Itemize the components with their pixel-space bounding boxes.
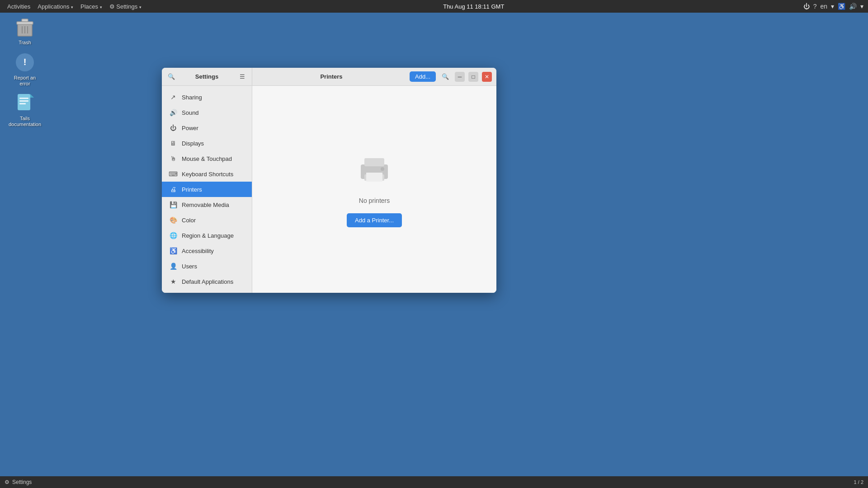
settings-menu-icon-button[interactable]: ☰ (236, 71, 248, 83)
printer-icon: 🖨 (169, 185, 177, 193)
sidebar-item-sharing[interactable]: ↗ Sharing (162, 89, 252, 105)
sidebar-item-removable-media[interactable]: 💾 Removable Media (162, 197, 252, 212)
svg-rect-10 (19, 100, 28, 102)
bottom-taskbar: ⚙ Settings 1 / 2 (0, 476, 868, 488)
taskbar-right: ⏻ ? en ▾ ♿ 🔊 ▾ (803, 3, 863, 10)
bottom-gear-icon: ⚙ (5, 479, 9, 485)
sidebar-item-default-applications[interactable]: ★ Default Applications (162, 274, 252, 289)
sidebar-item-printers[interactable]: 🖨 Printers (162, 182, 252, 197)
pagination: 1 / 2 (854, 479, 863, 485)
help-icon: ? (813, 3, 817, 10)
hamburger-icon: ☰ (240, 73, 245, 80)
add-printer-button[interactable]: Add a Printer... (347, 213, 402, 227)
keyboard-icon: ⌨ (169, 170, 177, 178)
search-icon: 🔍 (168, 73, 175, 80)
panel-title: Printers (257, 73, 406, 80)
printers-panel: No printers Add a Printer... (252, 86, 496, 293)
sharing-icon: ↗ (169, 93, 177, 101)
report-error-desktop-icon[interactable]: ! Report an error (7, 49, 43, 89)
sidebar-label-users: Users (182, 263, 197, 270)
sidebar-label-color: Color (182, 217, 196, 224)
svg-rect-15 (366, 173, 382, 182)
sidebar-label-region: Region & Language (182, 232, 234, 239)
printer-large-icon (356, 152, 392, 190)
sound-icon: 🔊 (169, 108, 177, 117)
trash-desktop-icon[interactable]: Trash (7, 14, 43, 48)
svg-rect-1 (17, 22, 33, 24)
svg-text:!: ! (24, 57, 27, 67)
settings-window: 🔍 Settings ☰ Printers Add... 🔍 ─ □ ✕ ↗ S… (162, 68, 496, 293)
applications-button[interactable]: Applications ▾ (35, 2, 76, 11)
taskbar-datetime: Thu Aug 11 18:11 GMT (443, 3, 504, 10)
globe-icon: 🌐 (169, 231, 177, 239)
places-arrow-icon: ▾ (100, 5, 102, 9)
bottom-settings-item[interactable]: ⚙ Settings (5, 479, 32, 485)
displays-icon: 🖥 (169, 139, 177, 147)
sidebar-label-keyboard: Keyboard Shortcuts (182, 171, 233, 178)
places-button[interactable]: Places ▾ (78, 2, 105, 11)
no-printers-label: No printers (359, 197, 390, 204)
accessibility-icon: ♿ (838, 3, 845, 10)
power-icon: ⏻ (803, 3, 810, 10)
sidebar-label-sound: Sound (182, 109, 199, 116)
sidebar-item-mouse-touchpad[interactable]: 🖱 Mouse & Touchpad (162, 151, 252, 166)
settings-arrow-icon: ▾ (139, 5, 142, 9)
top-taskbar: Activities Applications ▾ Places ▾ ⚙ Set… (0, 0, 868, 13)
svg-rect-2 (22, 19, 28, 22)
accessibility-sidebar-icon: ♿ (169, 247, 177, 255)
minimize-button[interactable]: ─ (455, 72, 465, 82)
sidebar-item-keyboard-shortcuts[interactable]: ⌨ Keyboard Shortcuts (162, 166, 252, 182)
tails-docs-icon (14, 92, 36, 114)
svg-rect-9 (19, 98, 28, 99)
tails-docs-desktop-icon[interactable]: Tails documentation (7, 89, 43, 130)
settings-sidebar: ↗ Sharing 🔊 Sound ⏻ Power 🖥 Displays 🖱 M… (162, 86, 252, 293)
tails-docs-label: Tails documentation (9, 116, 41, 127)
sidebar-label-power: Power (182, 125, 198, 131)
sidebar-item-displays[interactable]: 🖥 Displays (162, 136, 252, 151)
panel-search-icon: 🔍 (442, 73, 449, 80)
media-icon: 💾 (169, 201, 177, 209)
sidebar-item-accessibility[interactable]: ♿ Accessibility (162, 243, 252, 258)
svg-point-16 (381, 167, 384, 171)
activities-button[interactable]: Activities (5, 2, 33, 11)
sidebar-label-sharing: Sharing (182, 94, 202, 101)
lang-arrow-icon: ▾ (831, 3, 834, 10)
svg-rect-13 (364, 158, 384, 166)
sidebar-label-removable-media: Removable Media (182, 202, 229, 208)
header-left: 🔍 Settings ☰ (162, 68, 252, 85)
apps-icon: ★ (169, 277, 177, 286)
sidebar-item-color[interactable]: 🎨 Color (162, 212, 252, 228)
sidebar-item-power[interactable]: ⏻ Power (162, 120, 252, 136)
bottom-settings-label: Settings (12, 479, 32, 485)
sidebar-item-users[interactable]: 👤 Users (162, 258, 252, 274)
window-header: 🔍 Settings ☰ Printers Add... 🔍 ─ □ ✕ (162, 68, 496, 86)
report-error-label: Report an error (9, 75, 40, 87)
speaker-icon: 🔊 (849, 3, 857, 10)
panel-search-button[interactable]: 🔍 (439, 71, 451, 83)
taskbar-left: Activities Applications ▾ Places ▾ ⚙ Set… (5, 2, 144, 11)
svg-rect-11 (19, 103, 26, 104)
power-sidebar-icon: ⏻ (169, 124, 177, 132)
sidebar-label-printers: Printers (182, 186, 202, 193)
sidebar-label-displays: Displays (182, 140, 204, 147)
lang-label: en (820, 3, 827, 10)
maximize-button[interactable]: □ (468, 72, 478, 82)
network-icon: ▾ (860, 3, 863, 10)
settings-menu-button[interactable]: ⚙ Settings ▾ (107, 2, 144, 11)
header-right: Printers Add... 🔍 ─ □ ✕ (252, 71, 496, 83)
sidebar-item-sound[interactable]: 🔊 Sound (162, 105, 252, 120)
settings-search-button[interactable]: 🔍 (165, 71, 177, 83)
trash-label: Trash (19, 40, 31, 46)
trash-icon (14, 16, 36, 38)
report-error-icon: ! (14, 52, 36, 73)
sidebar-label-accessibility: Accessibility (182, 248, 214, 254)
add-button[interactable]: Add... (410, 71, 436, 82)
sidebar-label-mouse: Mouse & Touchpad (182, 155, 232, 162)
sidebar-item-region-language[interactable]: 🌐 Region & Language (162, 228, 252, 243)
applications-arrow-icon: ▾ (71, 5, 73, 9)
window-body: ↗ Sharing 🔊 Sound ⏻ Power 🖥 Displays 🖱 M… (162, 86, 496, 293)
close-button[interactable]: ✕ (482, 72, 492, 82)
users-icon: 👤 (169, 262, 177, 270)
svg-rect-8 (18, 94, 30, 110)
color-icon: 🎨 (169, 216, 177, 224)
